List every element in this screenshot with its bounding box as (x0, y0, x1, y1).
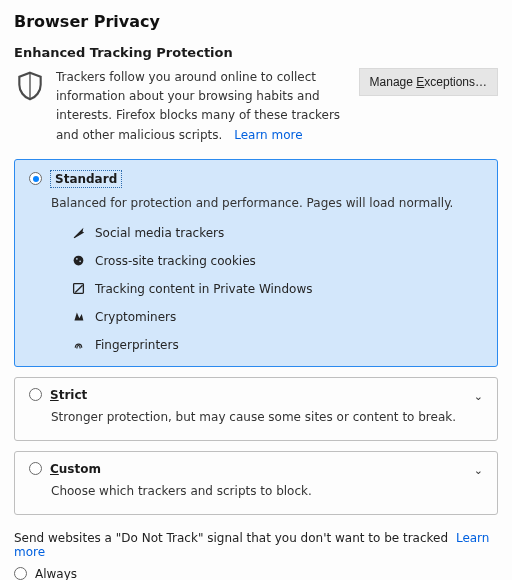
chevron-down-icon[interactable]: ⌄ (474, 390, 483, 403)
tracker-social: Social media trackers (71, 226, 483, 240)
option-standard[interactable]: Standard Balanced for protection and per… (14, 159, 498, 367)
learn-more-link[interactable]: Learn more (234, 128, 302, 142)
option-custom-desc: Choose which trackers and scripts to blo… (51, 482, 483, 500)
social-icon (71, 226, 85, 240)
svg-point-2 (79, 261, 81, 263)
tracker-content: Tracking content in Private Windows (71, 282, 483, 296)
intro-text: Trackers follow you around online to col… (56, 68, 349, 145)
fingerprint-icon (71, 338, 85, 352)
cookie-icon (71, 254, 85, 268)
content-icon (71, 282, 85, 296)
radio-dnt-always[interactable] (14, 567, 27, 580)
option-strict-desc: Stronger protection, but may cause some … (51, 408, 483, 426)
option-standard-desc: Balanced for protection and performance.… (51, 194, 483, 212)
dnt-option-always[interactable]: Always (14, 567, 498, 580)
tracker-cookies: Cross-site tracking cookies (71, 254, 483, 268)
tracker-crypto-label: Cryptominers (95, 310, 176, 324)
shield-icon (14, 70, 46, 105)
manage-exceptions-button[interactable]: Manage Exceptions… (359, 68, 498, 96)
option-standard-title: Standard (50, 170, 122, 188)
tracker-cookies-label: Cross-site tracking cookies (95, 254, 256, 268)
chevron-down-icon[interactable]: ⌄ (474, 464, 483, 477)
tracker-fingerprint-label: Fingerprinters (95, 338, 179, 352)
dnt-prompt-text: Send websites a "Do Not Track" signal th… (14, 531, 448, 545)
section-title: Enhanced Tracking Protection (14, 45, 498, 60)
crypto-icon (71, 310, 85, 324)
tracker-content-label: Tracking content in Private Windows (95, 282, 313, 296)
option-strict-title: Strict (50, 388, 87, 402)
option-strict[interactable]: ⌄ Strict Stronger protection, but may ca… (14, 377, 498, 441)
svg-point-1 (76, 258, 78, 260)
dnt-prompt: Send websites a "Do Not Track" signal th… (14, 531, 489, 559)
tracker-social-label: Social media trackers (95, 226, 224, 240)
svg-point-0 (73, 256, 83, 266)
dnt-always-label: Always (35, 567, 77, 580)
option-custom-title: Custom (50, 462, 101, 476)
radio-standard[interactable] (29, 172, 42, 185)
tracker-list: Social media trackers Cross-site trackin… (71, 226, 483, 352)
page-title: Browser Privacy (14, 12, 498, 31)
tracker-fingerprint: Fingerprinters (71, 338, 483, 352)
option-custom[interactable]: ⌄ Custom Choose which trackers and scrip… (14, 451, 498, 515)
radio-strict[interactable] (29, 388, 42, 401)
radio-custom[interactable] (29, 462, 42, 475)
tracker-crypto: Cryptominers (71, 310, 483, 324)
